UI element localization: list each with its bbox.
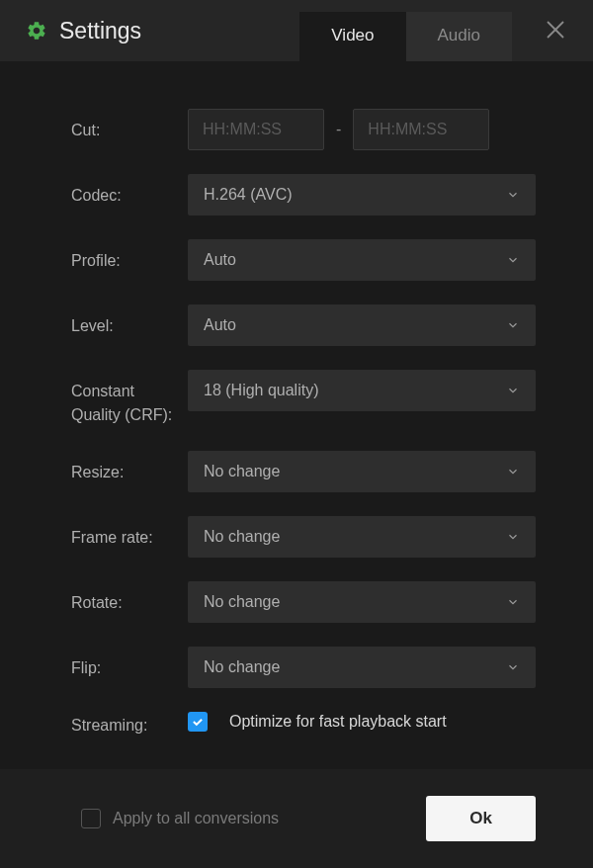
chevron-down-icon (506, 595, 520, 609)
row-flip: Flip: No change (71, 647, 536, 688)
cut-start-input[interactable] (188, 109, 324, 150)
chevron-down-icon (506, 530, 520, 544)
streaming-checkbox[interactable] (188, 712, 208, 732)
chevron-down-icon (506, 188, 520, 202)
label-crf: Constant Quality (CRF): (71, 370, 188, 427)
framerate-select[interactable]: No change (188, 516, 536, 558)
streaming-checkbox-label: Optimize for fast playback start (229, 713, 447, 731)
tab-audio[interactable]: Audio (406, 12, 512, 61)
check-icon (191, 715, 205, 729)
row-level: Level: Auto (71, 304, 536, 346)
label-resize: Resize: (71, 451, 188, 484)
settings-content: Cut: - Codec: H.264 (AVC) Profile: Auto … (0, 61, 593, 769)
crf-select[interactable]: 18 (High quality) (188, 370, 536, 411)
chevron-down-icon (506, 384, 520, 397)
row-streaming: Streaming: Optimize for fast playback st… (71, 712, 536, 738)
gear-icon (26, 20, 47, 42)
crf-value: 18 (High quality) (204, 382, 319, 399)
chevron-down-icon (506, 318, 520, 332)
level-value: Auto (204, 316, 236, 334)
settings-header: Settings Video Audio (0, 0, 593, 61)
row-crf: Constant Quality (CRF): 18 (High quality… (71, 370, 536, 427)
label-rotate: Rotate: (71, 581, 188, 615)
row-resize: Resize: No change (71, 451, 536, 492)
chevron-down-icon (506, 465, 520, 478)
row-codec: Codec: H.264 (AVC) (71, 174, 536, 216)
settings-title: Settings (59, 18, 141, 44)
apply-all-row: Apply to all conversions (81, 809, 279, 828)
level-select[interactable]: Auto (188, 304, 536, 346)
label-streaming: Streaming: (71, 712, 188, 738)
apply-all-checkbox[interactable] (81, 809, 101, 828)
label-codec: Codec: (71, 174, 188, 208)
codec-select[interactable]: H.264 (AVC) (188, 174, 536, 216)
codec-value: H.264 (AVC) (204, 186, 293, 204)
tab-video[interactable]: Video (299, 12, 405, 61)
rotate-select[interactable]: No change (188, 581, 536, 623)
rotate-value: No change (204, 593, 280, 611)
resize-value: No change (204, 463, 280, 480)
profile-select[interactable]: Auto (188, 239, 536, 281)
row-rotate: Rotate: No change (71, 581, 536, 623)
label-framerate: Frame rate: (71, 516, 188, 550)
apply-all-label: Apply to all conversions (113, 810, 279, 827)
row-cut: Cut: - (71, 109, 536, 150)
footer: Apply to all conversions Ok (0, 769, 593, 868)
flip-select[interactable]: No change (188, 647, 536, 688)
cut-end-input[interactable] (353, 109, 489, 150)
profile-value: Auto (204, 251, 236, 269)
label-level: Level: (71, 304, 188, 338)
chevron-down-icon (506, 253, 520, 267)
label-cut: Cut: (71, 109, 188, 142)
label-flip: Flip: (71, 647, 188, 680)
framerate-value: No change (204, 528, 280, 546)
ok-button[interactable]: Ok (426, 796, 536, 841)
row-framerate: Frame rate: No change (71, 516, 536, 558)
row-profile: Profile: Auto (71, 239, 536, 281)
label-profile: Profile: (71, 239, 188, 273)
chevron-down-icon (506, 660, 520, 674)
resize-select[interactable]: No change (188, 451, 536, 492)
tabs: Video Audio (299, 12, 512, 61)
close-button[interactable] (544, 18, 567, 42)
cut-dash: - (336, 121, 341, 138)
flip-value: No change (204, 658, 280, 676)
